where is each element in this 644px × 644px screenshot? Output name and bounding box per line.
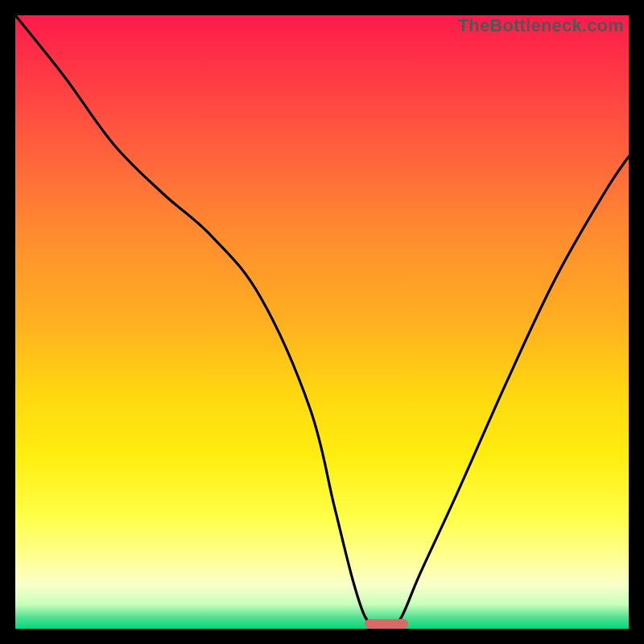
chart-plot-area: TheBottleneck.com — [15, 15, 629, 629]
optimal-range-marker — [365, 619, 407, 629]
bottleneck-curve — [15, 15, 629, 629]
